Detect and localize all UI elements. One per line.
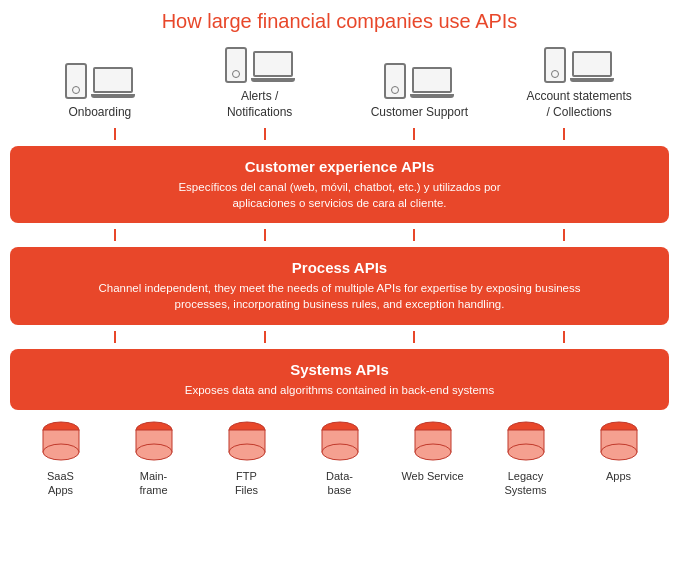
icon-group-alerts: Alerts /Notifications <box>190 47 330 120</box>
phone-icon <box>384 63 406 99</box>
bottom-label-web-service: Web Service <box>401 469 463 483</box>
systems-apis-box: Systems APIs Exposes data and algorithms… <box>10 349 669 410</box>
icon-label-account: Account statements/ Collections <box>526 89 631 120</box>
bottom-label-ftp: FTPFiles <box>235 469 258 498</box>
laptop-base <box>251 78 295 82</box>
page-title: How large financial companies use APIs <box>10 10 669 33</box>
bottom-label-mainframe: Main-frame <box>139 469 167 498</box>
icon-label-alerts: Alerts /Notifications <box>227 89 292 120</box>
dashed-line <box>114 128 116 140</box>
laptop-base <box>91 94 135 98</box>
bottom-icon-database: Data-base <box>300 420 380 498</box>
dashed-line <box>413 229 415 241</box>
saas-icon <box>39 420 83 464</box>
dashed-line <box>563 331 565 343</box>
icon-label-customer: Customer Support <box>371 105 468 121</box>
bottom-icons-row: SaaSApps Main-frame FTPFiles <box>10 420 669 498</box>
bottom-label-apps: Apps <box>606 469 631 483</box>
dashed-lines-top <box>10 128 669 140</box>
icon-group-account: Account statements/ Collections <box>509 47 649 120</box>
laptop-icon <box>570 51 614 83</box>
legacy-icon <box>504 420 548 464</box>
dashed-lines-mid1 <box>10 229 669 241</box>
laptop-icon <box>410 67 454 99</box>
laptop-screen <box>412 67 452 93</box>
mainframe-icon <box>132 420 176 464</box>
laptop-screen <box>572 51 612 77</box>
icon-group-onboarding: Onboarding <box>30 63 170 121</box>
svg-point-19 <box>415 444 451 460</box>
dashed-line <box>264 229 266 241</box>
systems-apis-title: Systems APIs <box>26 361 653 378</box>
database-icon <box>318 420 362 464</box>
customer-experience-title: Customer experience APIs <box>26 158 653 175</box>
svg-point-3 <box>43 444 79 460</box>
web-service-icon <box>411 420 455 464</box>
dashed-line <box>114 229 116 241</box>
svg-point-23 <box>508 444 544 460</box>
dashed-line <box>563 128 565 140</box>
dashed-line <box>413 331 415 343</box>
bottom-icon-web-service: Web Service <box>393 420 473 483</box>
phone-icon <box>65 63 87 99</box>
bottom-label-database: Data-base <box>326 469 353 498</box>
bottom-icon-ftp: FTPFiles <box>207 420 287 498</box>
systems-apis-desc: Exposes data and algorithms contained in… <box>26 382 653 398</box>
dashed-line <box>114 331 116 343</box>
bottom-icon-saas: SaaSApps <box>21 420 101 498</box>
bottom-icon-legacy: LegacySystems <box>486 420 566 498</box>
icon-devices-account <box>544 47 614 83</box>
customer-experience-desc: Específicos del canal (web, móvil, chatb… <box>26 179 653 211</box>
customer-experience-box: Customer experience APIs Específicos del… <box>10 146 669 223</box>
laptop-screen <box>253 51 293 77</box>
page: How large financial companies use APIs O… <box>0 0 679 507</box>
dashed-line <box>563 229 565 241</box>
process-apis-desc: Channel independent, they meet the needs… <box>26 280 653 312</box>
dashed-lines-mid2 <box>10 331 669 343</box>
icon-label-onboarding: Onboarding <box>69 105 132 121</box>
dashed-line <box>413 128 415 140</box>
phone-icon <box>225 47 247 83</box>
dashed-line <box>264 128 266 140</box>
phone-icon <box>544 47 566 83</box>
svg-point-27 <box>601 444 637 460</box>
svg-point-7 <box>136 444 172 460</box>
icon-devices-alerts <box>225 47 295 83</box>
laptop-screen <box>93 67 133 93</box>
laptop-base <box>410 94 454 98</box>
icon-devices-onboarding <box>65 63 135 99</box>
process-apis-box: Process APIs Channel independent, they m… <box>10 247 669 324</box>
dashed-line <box>264 331 266 343</box>
top-icons-row: Onboarding Alerts /Notifications Custome <box>10 47 669 120</box>
svg-point-11 <box>229 444 265 460</box>
ftp-icon <box>225 420 269 464</box>
bottom-icon-mainframe: Main-frame <box>114 420 194 498</box>
laptop-icon <box>251 51 295 83</box>
bottom-icon-apps: Apps <box>579 420 659 483</box>
process-apis-title: Process APIs <box>26 259 653 276</box>
svg-point-15 <box>322 444 358 460</box>
bottom-label-legacy: LegacySystems <box>504 469 546 498</box>
laptop-icon <box>91 67 135 99</box>
bottom-label-saas: SaaSApps <box>47 469 74 498</box>
apps-icon <box>597 420 641 464</box>
laptop-base <box>570 78 614 82</box>
icon-group-customer-support: Customer Support <box>349 63 489 121</box>
icon-devices-customer <box>384 63 454 99</box>
